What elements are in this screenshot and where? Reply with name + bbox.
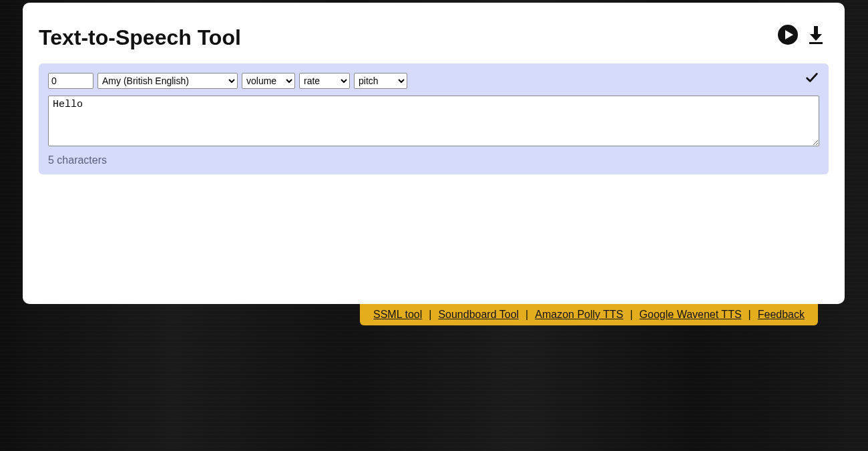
volume-select[interactable]: volume bbox=[242, 73, 295, 89]
controls-row: Amy (British English) volume rate pitch bbox=[48, 73, 819, 89]
check-icon bbox=[805, 70, 819, 85]
download-icon bbox=[807, 25, 825, 45]
footer-link-ssml[interactable]: SSML tool bbox=[373, 309, 422, 321]
footer-link-feedback[interactable]: Feedback bbox=[758, 309, 805, 321]
footer-separator: | bbox=[630, 309, 632, 321]
footer-link-wavenet[interactable]: Google Wavenet TTS bbox=[640, 309, 742, 321]
footer-separator: | bbox=[748, 309, 751, 321]
footer-link-polly[interactable]: Amazon Polly TTS bbox=[535, 309, 623, 321]
download-button[interactable] bbox=[807, 25, 825, 45]
break-number-input[interactable] bbox=[48, 73, 93, 89]
footer-separator: | bbox=[525, 309, 528, 321]
character-count: 5 characters bbox=[48, 154, 819, 166]
pitch-select[interactable]: pitch bbox=[354, 73, 407, 89]
play-button[interactable] bbox=[778, 25, 798, 45]
footer-link-soundboard[interactable]: Soundboard Tool bbox=[438, 309, 519, 321]
confirm-button[interactable] bbox=[805, 70, 819, 88]
footer-separator: | bbox=[429, 309, 431, 321]
voice-select[interactable]: Amy (British English) bbox=[97, 73, 238, 89]
play-icon bbox=[778, 25, 798, 45]
svg-rect-2 bbox=[814, 26, 818, 35]
footer-bar: SSML tool | Soundboard Tool | Amazon Pol… bbox=[360, 304, 818, 325]
svg-marker-3 bbox=[810, 34, 822, 41]
tts-panel: Amy (British English) volume rate pitch … bbox=[39, 63, 829, 174]
tts-text-input[interactable] bbox=[48, 96, 819, 146]
main-card: Text-to-Speech Tool Amy (British Eng bbox=[23, 3, 845, 304]
page-title: Text-to-Speech Tool bbox=[39, 25, 241, 50]
header-actions bbox=[778, 25, 825, 45]
rate-select[interactable]: rate bbox=[299, 73, 350, 89]
svg-rect-4 bbox=[809, 42, 823, 44]
card-header: Text-to-Speech Tool bbox=[39, 19, 829, 50]
